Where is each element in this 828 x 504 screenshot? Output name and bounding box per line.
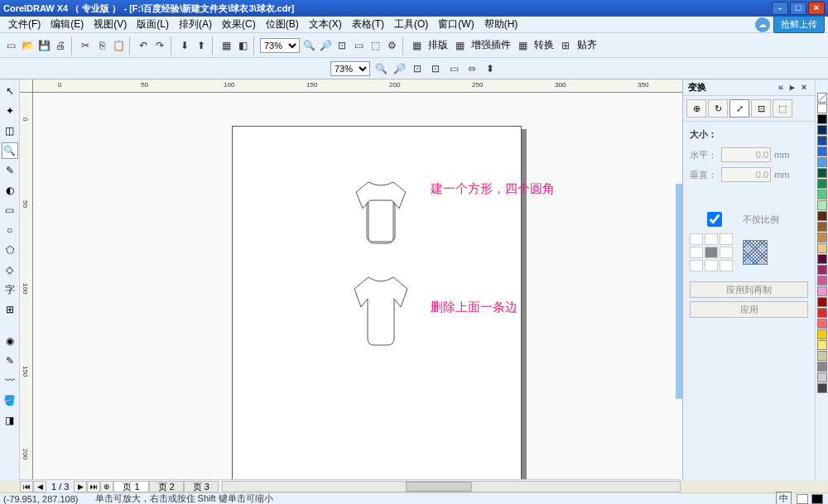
zoom-select-1[interactable]: 73%: [260, 38, 300, 53]
color-swatch-26[interactable]: [817, 383, 827, 393]
first-page-button[interactable]: ⏮: [20, 481, 33, 492]
outline-tool[interactable]: 〰: [2, 372, 18, 389]
welcome-icon[interactable]: ◧: [235, 38, 250, 53]
copy-icon[interactable]: ⎘: [94, 38, 109, 53]
freehand-tool[interactable]: ✎: [2, 162, 18, 179]
zoom-out-icon[interactable]: 🔎: [318, 38, 333, 53]
color-swatch-13[interactable]: [817, 243, 827, 253]
next-page-button[interactable]: ▶: [74, 481, 87, 492]
zoom-fit-icon[interactable]: ⊡: [335, 38, 349, 53]
open-icon[interactable]: 📂: [20, 38, 35, 53]
color-swatch-22[interactable]: [817, 340, 827, 350]
zoom-page-icon[interactable]: ▭: [351, 38, 366, 53]
pick-tool[interactable]: ↖: [2, 83, 18, 99]
zoom-all-icon[interactable]: ⊡: [428, 61, 443, 76]
apply-button[interactable]: 应用: [690, 301, 808, 318]
maximize-button[interactable]: □: [790, 2, 806, 15]
save-icon[interactable]: 💾: [36, 38, 51, 53]
zoom-in-icon[interactable]: 🔍: [301, 38, 316, 53]
menu-tools[interactable]: 工具(O): [389, 16, 433, 33]
rotate-tab[interactable]: ↻: [708, 99, 728, 118]
paste-icon[interactable]: 📋: [111, 38, 126, 53]
fill-swatch[interactable]: [797, 494, 808, 504]
scale-tab[interactable]: ⤢: [729, 99, 749, 118]
plugin-icon-4[interactable]: ⊞: [558, 38, 573, 53]
export-icon[interactable]: ⬆: [194, 38, 209, 53]
blend-tool[interactable]: ◉: [2, 333, 18, 349]
upload-button[interactable]: 抢鲜上传: [773, 16, 825, 33]
h-input[interactable]: [721, 147, 771, 162]
no-color-swatch[interactable]: [817, 93, 827, 103]
cloud-icon[interactable]: ☁: [755, 17, 770, 32]
color-swatch-3[interactable]: [817, 136, 827, 146]
color-swatch-17[interactable]: [817, 286, 827, 296]
color-swatch-23[interactable]: [817, 351, 827, 361]
menu-window[interactable]: 窗口(W): [433, 16, 479, 33]
page-tab-1[interactable]: 页 1: [113, 481, 148, 492]
zoom-select-2[interactable]: 73%: [330, 61, 370, 76]
anchor-grid[interactable]: [690, 233, 733, 271]
print-icon[interactable]: 🖨: [53, 38, 68, 53]
color-swatch-2[interactable]: [817, 125, 827, 135]
menu-layout[interactable]: 版面(L): [132, 16, 174, 33]
minimize-button[interactable]: -: [772, 2, 788, 15]
rectangle-tool[interactable]: ▭: [2, 202, 18, 218]
menu-edit[interactable]: 编辑(E): [46, 16, 89, 33]
v-input[interactable]: [721, 167, 771, 182]
color-swatch-19[interactable]: [817, 308, 827, 318]
color-swatch-8[interactable]: [817, 190, 827, 199]
color-swatch-0[interactable]: [817, 103, 827, 113]
plugin-icon-3[interactable]: ▦: [515, 38, 530, 53]
size-tab[interactable]: ⊡: [751, 99, 771, 118]
ellipse-tool[interactable]: ○: [2, 222, 18, 238]
zoom-tool[interactable]: 🔍: [2, 142, 18, 159]
plugin-snap[interactable]: 贴齐: [575, 38, 599, 52]
new-icon[interactable]: ▭: [3, 38, 18, 53]
cut-icon[interactable]: ✂: [78, 38, 93, 53]
canvas-area[interactable]: 0 50 100 150 200 250 300 350 0 50 100 15…: [20, 79, 682, 481]
close-button[interactable]: ×: [808, 2, 825, 15]
page-tab-3[interactable]: 页 3: [184, 481, 219, 492]
position-tab[interactable]: ⊕: [686, 99, 706, 118]
smart-fill-tool[interactable]: ◐: [2, 182, 18, 199]
plugin-icon-1[interactable]: ▦: [409, 38, 424, 53]
color-swatch-12[interactable]: [817, 233, 827, 242]
zoom-width-icon[interactable]: ⬄: [465, 61, 479, 76]
color-swatch-7[interactable]: [817, 179, 827, 189]
horizontal-scrollbar[interactable]: [222, 481, 681, 492]
docker-menu-icon[interactable]: ▸: [787, 82, 798, 94]
docker-expand-icon[interactable]: «: [775, 82, 787, 94]
undo-icon[interactable]: ↶: [136, 38, 151, 53]
canvas-background[interactable]: 建一个方形，四个圆角 删除上面一条边: [33, 93, 682, 481]
color-swatch-11[interactable]: [817, 222, 827, 232]
color-swatch-15[interactable]: [817, 265, 827, 275]
text-tool[interactable]: 字: [2, 281, 18, 298]
import-icon[interactable]: ⬇: [177, 38, 192, 53]
redo-icon[interactable]: ↷: [152, 38, 167, 53]
skew-tab[interactable]: ⬚: [773, 99, 792, 118]
crop-tool[interactable]: ◫: [2, 122, 18, 139]
menu-text[interactable]: 文本(X): [304, 16, 347, 33]
color-swatch-18[interactable]: [817, 297, 827, 307]
color-swatch-16[interactable]: [817, 276, 827, 286]
page-tab-2[interactable]: 页 2: [149, 481, 184, 492]
polygon-tool[interactable]: ⬠: [2, 242, 18, 258]
plugin-enhance[interactable]: 增强插件: [469, 38, 513, 52]
menu-bitmap[interactable]: 位图(B): [261, 16, 304, 33]
color-swatch-21[interactable]: [817, 329, 827, 339]
add-page-button[interactable]: ⊕: [100, 481, 113, 492]
color-swatch-25[interactable]: [817, 372, 827, 382]
color-swatch-20[interactable]: [817, 319, 827, 329]
menu-effects[interactable]: 效果(C): [217, 16, 261, 33]
color-swatch-24[interactable]: [817, 362, 827, 372]
basic-shapes-tool[interactable]: ◇: [2, 262, 18, 278]
menu-view[interactable]: 视图(V): [89, 16, 132, 33]
outline-swatch[interactable]: [811, 494, 823, 504]
plugin-icon-2[interactable]: ▦: [452, 38, 467, 53]
zoom-in-2-icon[interactable]: 🔍: [373, 61, 388, 76]
app-launcher-icon[interactable]: ▦: [219, 38, 233, 53]
color-swatch-1[interactable]: [817, 114, 827, 124]
plugin-layout[interactable]: 排版: [426, 38, 450, 52]
menu-arrange[interactable]: 排列(A): [174, 16, 217, 33]
zoom-sel-icon[interactable]: ⊡: [410, 61, 425, 76]
